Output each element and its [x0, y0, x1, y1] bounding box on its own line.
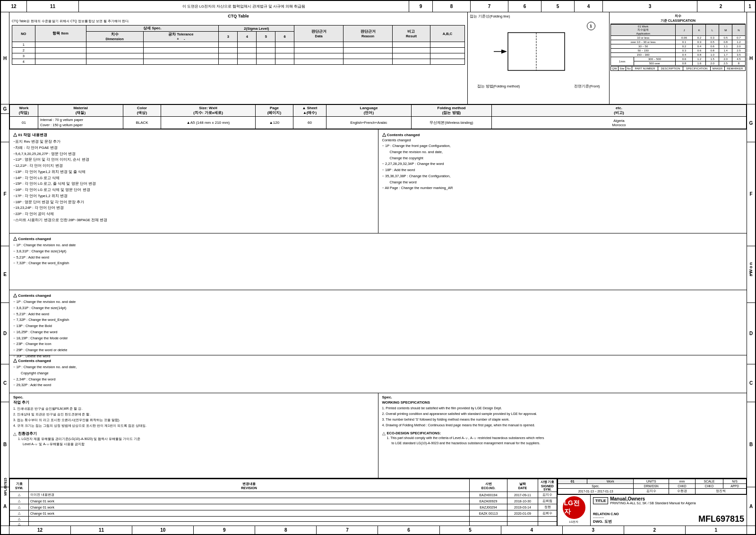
appr-mm-label: mm: [669, 479, 695, 484]
col-8-top: 8: [433, 1, 471, 12]
fold-method-label: 접는 방법(Folding method): [477, 84, 520, 89]
col-7-top: 7: [471, 1, 508, 12]
rev-row-4: △ Change 01 work EAZK 00113 2020-01-09 김…: [10, 510, 557, 517]
row-label-f: F: [1, 142, 9, 246]
qty-part: PART NUMBER: [632, 67, 658, 71]
appr-chko: CHKO: [695, 484, 723, 489]
fold-diagram-svg: [480, 28, 593, 80]
bottom-col-10: 10: [132, 526, 194, 534]
appr-app-name: 정진씩: [695, 489, 746, 494]
title-sub: PRINTING A-ALL SJ, SK / SB Standard Manu…: [610, 501, 696, 505]
won-area: Won: [747, 239, 755, 296]
row-label-g: [1, 114, 9, 142]
ctq-th-4: 4: [238, 32, 257, 42]
ctq-th-spec: 상세 Spec.: [86, 26, 219, 32]
col-3-top: 3: [603, 1, 697, 12]
qty-remark: REMARKER: [724, 67, 746, 71]
bottom-col-11: 11: [71, 526, 132, 534]
ctq-th-abc: A,B,C: [430, 26, 464, 42]
bottom-col-2: 2: [624, 526, 686, 534]
appr-ns-label: N/S: [723, 479, 747, 484]
row-h: CTQ Table CTQ Table은 현재의 수준을 알기 위해서 CTQ …: [9, 12, 747, 104]
work-val-color: BLACK: [123, 117, 161, 129]
eco-section-right: △ ECO-DESIGN SPECIFICATIONS: 1. This par…: [382, 431, 743, 447]
ctq-th-6: 6: [275, 32, 294, 42]
ctq-th-no: NO: [12, 26, 35, 42]
bottom-spacer-left: [1, 526, 9, 534]
ctq-th-3: 3: [219, 32, 238, 42]
work-th-sheet: ▲ Sheet▲(매수): [293, 105, 326, 117]
rev-row-5: △: [10, 517, 557, 522]
relation-value: ----------: [593, 516, 619, 519]
work-info-row: 01 Internal : 70 g vellum paperCover : 1…: [10, 117, 747, 129]
spec-subtitle-right: WORKING SPECIFICATIONS: [382, 400, 743, 405]
rev-f-right-list: ~ 1P : Change the front page Configurati…: [382, 143, 743, 191]
appr-drw-name: 김지수: [634, 489, 669, 494]
rev-c-list: ~ 1P : Change the revision no. and date,…: [13, 364, 743, 388]
rev-d-title: △ Contents changed: [13, 293, 743, 298]
class-m-header: M: [719, 25, 732, 36]
bottom-col-5: 5: [440, 526, 501, 534]
rev-row-6: △: [10, 522, 557, 526]
approval-table: 01 Work UNITS mm SCALE N/S Spec. DRW/DSN…: [558, 479, 747, 494]
rev-f-right-title: △ Contents changed: [382, 132, 743, 137]
qty-no: No: [626, 67, 632, 71]
ctq-th-dimension: 치수Dimension: [86, 32, 143, 42]
folding-line-label: 접는 기준선(Folding line): [470, 14, 510, 19]
col-4-top: 4: [575, 1, 603, 12]
bottom-col-6: 6: [378, 526, 439, 534]
right-label-b: B: [747, 402, 755, 487]
bottom-col-numbers: 12 11 10 9 8 7 6 5 4 3 2 1: [1, 526, 755, 534]
ctq-th-result: 비고Result: [393, 26, 430, 42]
title-block-area: 01 Work UNITS mm SCALE N/S Spec. DRW/DSN…: [558, 479, 747, 526]
qty-qw: QW: [611, 67, 619, 71]
title-logo-area: LG전자 LG전자 TITLE Manual,Owners PRINTING A…: [558, 495, 747, 526]
work-th-page: Page(페이지): [256, 105, 293, 117]
qty-site: Site: [619, 67, 626, 71]
class-row-3: 30 ~ 50 0.2 0.4 0.6 1.1 2.0: [611, 44, 746, 49]
rev-th-sym: 기호SYM.: [10, 479, 29, 492]
ctq-row-2: 2: [12, 48, 465, 53]
appr-work-label: 01: [558, 479, 587, 484]
class-l-header: L: [706, 25, 719, 36]
bottom-col-9: 9: [194, 526, 255, 534]
work-th-etc: etc.(비고): [492, 105, 747, 117]
work-val-folding: 무선제본(Wireless binding): [412, 117, 492, 129]
rev-th-content: 변경내용REVISION: [29, 479, 470, 492]
qty-desc: DESCRIPTION: [658, 67, 683, 71]
revision-f-left: △ 01 작업 내용변경 ~표지 Rev 변경 및 문장 추가 ~차례 : 각 …: [9, 129, 378, 233]
spec-items-left: 1. 인쇄내용은 반구설 승인필FILM,MR 준 할 강. 2. 인쇄상태 및…: [13, 406, 374, 429]
col-2-top: 2: [697, 1, 745, 12]
work-th-size: Size: WxH(치수: 가로x세로): [161, 105, 256, 117]
fold-labels: 접는 방법(Folding method) 전면기준(Front): [477, 84, 600, 89]
classification-table: 01 Work치수범위Application J K L M N 10 or l…: [610, 24, 746, 66]
row-f: △ 01 작업 내용변경 ~표지 Rev 변경 및 문장 추가 ~차례 : 각 …: [9, 129, 747, 233]
qty-spec: SPECIFICATION: [683, 67, 710, 71]
lg-company-text: LG전자: [569, 520, 578, 524]
rev-c-title: △ Contents changed: [13, 358, 743, 363]
col-6-top: 6: [508, 1, 541, 12]
class-n-header: N: [732, 25, 746, 36]
row-g: Work(작업) Material(재질) Color(색상) Size: Wx…: [9, 104, 747, 129]
bottom-nums-row: 12 11 10 9 8 7 6 5 4 3 2 1: [9, 526, 747, 534]
ctq-row-3: 3: [12, 53, 465, 59]
appr-units-label: UNITS: [634, 479, 669, 484]
rev-th-signed: 사명 기호SIGNED SYM.: [538, 479, 557, 492]
row-b: Spec. 작업 추기 1. 인쇄내용은 반구설 승인필FILM,MR 준 할 …: [9, 393, 747, 478]
work-th-material: Material(재질): [38, 105, 123, 117]
col-11-top: 11: [27, 1, 79, 12]
row-label-g-top: G: [1, 104, 9, 114]
appr-scale-label: SCALE: [695, 479, 723, 484]
work-th-work: Work(작업): [10, 105, 38, 117]
class-range-header: 01 Work치수범위Application: [611, 25, 676, 36]
work-val-page: ▲120: [256, 117, 293, 129]
title-label-row: TITLE Manual,Owners PRINTING A-ALL SJ, S…: [593, 496, 744, 505]
work-val-no: 01: [10, 117, 38, 129]
classification-section: 치수기준 CLASSIFICATION 01 Work치수범위Applicati…: [610, 12, 747, 104]
row-c: △ Contents changed ~ 1P : Change the rev…: [9, 355, 747, 393]
class-row-6: 1mm 300 ~ 500 0.6 1.2 1.5 2.0 4.5: [611, 57, 746, 61]
spec-title-left: Spec.: [13, 395, 374, 399]
col-5-top: 5: [541, 1, 575, 12]
col-1-top: 1: [745, 1, 755, 12]
rev-d-list: ~ 1P : Change the revision no. and date …: [13, 299, 743, 360]
